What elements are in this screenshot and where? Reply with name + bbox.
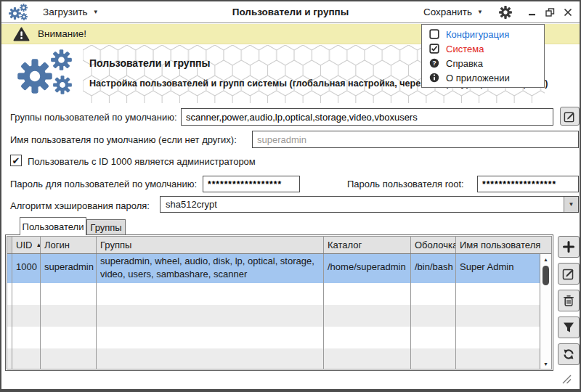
page-title: Пользователи и группы [89, 57, 211, 69]
filter-funnel-icon [562, 321, 575, 334]
toolbar: Загрузить ▼ Пользователи и группы Сохран… [1, 1, 580, 23]
menu-item-label: Конфигурация [446, 29, 509, 40]
refresh-button[interactable] [558, 343, 580, 365]
window-title: Пользователи и группы [232, 7, 349, 17]
admin-checkbox-label: Пользователь с ID 1000 является админист… [28, 156, 256, 167]
scroll-down-icon[interactable]: ▼ [540, 359, 551, 369]
admin-checkbox[interactable]: ✔ [10, 155, 22, 166]
menu-item-about[interactable]: О приложении [422, 70, 544, 85]
trash-icon [562, 294, 575, 307]
settings-gear-icon[interactable] [499, 6, 512, 19]
app-gears-icon [9, 4, 28, 21]
table-vertical-scrollbar[interactable]: ▲ ▼ [540, 254, 551, 369]
menu-item-label: О приложении [446, 73, 510, 83]
scroll-up-icon[interactable]: ▲ [540, 254, 551, 264]
scrollbar-thumb[interactable] [543, 266, 549, 285]
table-row-empty[interactable] [7, 283, 541, 305]
column-header-home-label: Каталог [328, 240, 362, 250]
cell-home: /home/superadmin [324, 254, 411, 283]
edit-pencil-icon [562, 267, 575, 280]
select-dropdown-icon[interactable]: ▼ [564, 197, 578, 212]
cell-name: Super Admin [456, 254, 541, 283]
menu-item-label: Система [446, 44, 484, 54]
table-header-row: UID ▲ Логин Группы Каталог Оболочка Имя … [7, 237, 552, 254]
column-header-name[interactable]: Имя пользователя [456, 237, 552, 253]
plus-icon [562, 240, 575, 253]
hash-algorithm-select[interactable]: sha512crypt ▼ [160, 196, 579, 213]
app-window: Загрузить ▼ Пользователи и группы Сохран… [0, 0, 581, 392]
cell-login: superadmin [41, 254, 97, 283]
refresh-icon [562, 348, 575, 361]
edit-pencil-icon [564, 110, 576, 123]
window-controls [528, 8, 572, 17]
column-header-name-label: Имя пользователя [460, 240, 540, 250]
default-password-label: Пароль для пользователей по умолчанию: [10, 179, 197, 189]
sort-ascending-icon: ▲ [36, 242, 41, 248]
hash-algorithm-value: sha512crypt [161, 199, 564, 210]
warning-triangle-icon [13, 27, 30, 41]
add-user-button[interactable] [558, 236, 580, 258]
default-groups-label: Группы пользователей по умолчанию: [10, 112, 177, 123]
load-button-label: Загрузить [43, 7, 88, 17]
cell-uid: 1000 [12, 254, 41, 283]
question-circle-icon: ? [429, 58, 439, 68]
cell-groups: superadmin, wheel, audio, disk, lp, opti… [97, 254, 324, 283]
save-dropdown-menu: Конфигурация Система ? Справка О приложе… [421, 24, 545, 88]
root-password-label: Пароль пользователя root: [347, 179, 464, 189]
minimize-icon[interactable] [528, 8, 537, 17]
root-password-input[interactable] [477, 176, 579, 192]
tab-groups[interactable]: Группы [86, 219, 126, 235]
close-icon[interactable] [564, 8, 572, 17]
delete-user-button[interactable] [558, 290, 580, 311]
column-header-groups[interactable]: Группы [97, 237, 324, 253]
default-password-input[interactable] [203, 176, 300, 192]
table-row-empty[interactable] [7, 327, 541, 348]
column-header-uid-label: UID [16, 240, 32, 250]
menu-item-label: Справка [446, 58, 483, 69]
cell-shell: /bin/bash [411, 254, 456, 283]
default-username-input[interactable] [252, 131, 579, 148]
column-header-uid[interactable]: UID ▲ [12, 237, 41, 253]
menu-item-configuration[interactable]: Конфигурация [422, 27, 544, 41]
users-table-frame: UID ▲ Логин Группы Каталог Оболочка Имя … [5, 234, 553, 371]
tab-users[interactable]: Пользователи [20, 217, 86, 235]
restore-icon[interactable] [545, 8, 555, 17]
table-row-selected[interactable]: 1000 superadmin superadmin, wheel, audio… [7, 254, 541, 283]
menu-item-help[interactable]: ? Справка [422, 56, 544, 70]
checkbox-unchecked-icon [429, 29, 439, 39]
column-header-home[interactable]: Каталог [324, 237, 411, 253]
row-header-strip [7, 237, 12, 253]
table-row-empty[interactable] [7, 305, 541, 327]
edit-user-button[interactable] [558, 263, 580, 285]
default-username-label: Имя пользователя по умолчанию (если нет … [10, 134, 237, 145]
column-header-login-label: Логин [44, 240, 70, 250]
users-table: UID ▲ Логин Группы Каталог Оболочка Имя … [7, 236, 552, 369]
info-circle-icon [429, 73, 439, 83]
resize-grip[interactable] [561, 373, 573, 384]
warning-text: Внимание! [38, 28, 86, 39]
hash-algorithm-label: Алгоритм хэширования пароля: [10, 200, 150, 211]
default-groups-input[interactable] [181, 108, 553, 126]
column-header-login[interactable]: Логин [41, 237, 97, 253]
save-button[interactable]: Сохранить ▼ [420, 4, 486, 20]
tab-users-label: Пользователи [23, 221, 84, 232]
column-header-shell-label: Оболочка [415, 240, 456, 250]
chevron-down-icon: ▼ [477, 9, 483, 15]
edit-groups-button[interactable] [560, 107, 580, 126]
check-icon: ✔ [12, 156, 20, 166]
filter-button[interactable] [558, 317, 580, 338]
column-header-groups-label: Группы [100, 240, 131, 250]
users-groups-gears-icon [17, 49, 86, 97]
checkbox-checked-icon [429, 44, 439, 54]
save-button-label: Сохранить [423, 7, 472, 17]
table-row-empty[interactable] [7, 348, 541, 369]
load-button[interactable]: Загрузить ▼ [40, 4, 102, 20]
row-header-strip [7, 254, 12, 283]
chevron-down-icon: ▼ [93, 9, 99, 15]
menu-item-system[interactable]: Система [422, 41, 544, 56]
svg-text:?: ? [432, 60, 436, 67]
tab-groups-label: Группы [90, 222, 121, 233]
column-header-shell[interactable]: Оболочка [411, 237, 456, 253]
